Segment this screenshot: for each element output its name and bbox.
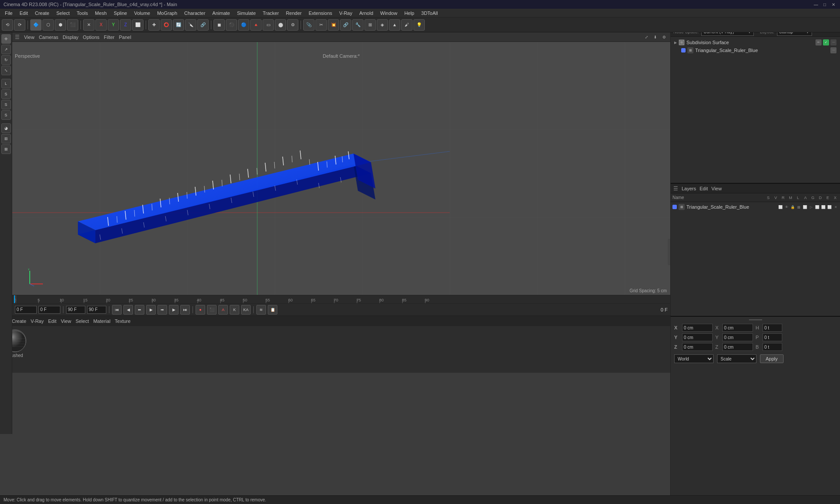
subdiv-check-icon[interactable]: ✓ <box>823 39 829 46</box>
viewport-icon-settings[interactable]: ⚙ <box>661 34 668 41</box>
layer-icon-8[interactable]: ⬜ <box>821 205 826 209</box>
tool-select[interactable]: ✕ <box>83 19 94 31</box>
tool-sphere[interactable]: ⚫ <box>226 19 237 31</box>
menu-select[interactable]: Select <box>53 10 73 17</box>
sidebar-tool3[interactable]: S <box>1 100 11 109</box>
tool-extrude[interactable]: ▲ <box>389 19 400 31</box>
layers-menu-layers[interactable]: Layers <box>682 186 696 191</box>
viewport-icon-expand[interactable]: ⤢ <box>643 34 650 41</box>
timeline-mode-button[interactable]: 📋 <box>268 305 277 315</box>
mode-edges[interactable]: ⬢ <box>55 19 66 31</box>
coord-p-input[interactable] <box>763 333 782 341</box>
layer-icon-7[interactable]: ⬜ <box>815 205 820 209</box>
sidebar-move[interactable]: ✛ <box>1 34 11 44</box>
menu-mograph[interactable]: MoGraph <box>154 10 180 17</box>
menu-character[interactable]: Character <box>181 10 208 17</box>
coord-x-input[interactable] <box>682 324 713 332</box>
key-all-button[interactable]: KA <box>241 305 251 315</box>
menu-animate[interactable]: Animate <box>209 10 233 17</box>
auto-key-button[interactable]: A <box>218 305 228 315</box>
tool-loop[interactable]: 🔄 <box>173 19 184 31</box>
tool-attach[interactable]: 📎 <box>303 19 315 31</box>
mat-menu-create[interactable]: Create <box>12 318 26 324</box>
tree-item-subdiv[interactable]: ▶ Subdivision Surface ✏ ✓ ⋯ <box>672 38 838 46</box>
frame-end-a-input[interactable] <box>66 306 85 314</box>
frame-end-b-input[interactable] <box>87 306 106 314</box>
redo-button[interactable]: ⟳ <box>14 19 25 31</box>
layer-row-ruler[interactable]: ▦ Triangular_Scale_Ruler_Blue ⬜ 👁 🔒 ▦ ⬜ … <box>671 202 840 212</box>
layer-icon-9[interactable]: ⬜ <box>827 205 832 209</box>
coord-y-input[interactable] <box>682 333 713 341</box>
minimize-button[interactable]: — <box>813 1 819 7</box>
menu-volume[interactable]: Volume <box>131 10 153 17</box>
menu-extensions[interactable]: Extensions <box>305 10 335 17</box>
tool-move-z[interactable]: Z <box>120 19 131 31</box>
viewport[interactable]: ☰ View Cameras Display Options Filter Pa… <box>12 32 670 295</box>
play-prev-button[interactable]: ◀ <box>123 305 133 315</box>
mat-menu-texture[interactable]: Texture <box>115 318 130 324</box>
layer-icon-3[interactable]: 🔒 <box>790 205 795 209</box>
mat-menu-vray[interactable]: V-Ray <box>31 318 44 324</box>
frame-start-input[interactable] <box>15 306 37 314</box>
menu-window[interactable]: Window <box>377 10 400 17</box>
tool-cylinder[interactable]: 🔵 <box>238 19 249 31</box>
viewport-menu-display[interactable]: Display <box>63 35 78 40</box>
play-next-frame-button[interactable]: ➡ <box>158 305 167 315</box>
layer-icon-2[interactable]: 👁 <box>784 205 789 209</box>
coord-z2-input[interactable] <box>722 343 753 351</box>
menu-mesh[interactable]: Mesh <box>92 10 110 17</box>
stop-button[interactable]: ⬛ <box>207 305 217 315</box>
coord-h-input[interactable] <box>763 324 782 332</box>
tree-expand-subdiv[interactable]: ▶ <box>674 41 677 45</box>
mat-menu-select[interactable]: Select <box>76 318 89 324</box>
sidebar-tool1[interactable]: L <box>1 79 11 88</box>
tool-split[interactable]: ✂ <box>315 19 327 31</box>
sidebar-tool2[interactable]: S <box>1 89 11 99</box>
layer-icon-6[interactable]: ▷ <box>808 205 814 209</box>
coord-scale-dropdown[interactable]: Scale Size <box>717 354 756 363</box>
menu-arnold[interactable]: Arnold <box>356 10 376 17</box>
tool-disc[interactable]: ⬤ <box>275 19 286 31</box>
tool-explode[interactable]: 💥 <box>328 19 339 31</box>
timeline[interactable]: 0 5 10 15 20 25 30 35 40 45 50 55 60 65 … <box>12 295 670 304</box>
menu-tools[interactable]: Tools <box>74 10 91 17</box>
viewport-menu-icon[interactable]: ☰ <box>15 34 20 40</box>
undo-button[interactable]: ⟲ <box>2 19 13 31</box>
tool-paint[interactable]: 🖌 <box>401 19 413 31</box>
sidebar-tool6[interactable]: ⊞ <box>1 134 11 144</box>
viewport-icon-save[interactable]: ⬇ <box>652 34 659 41</box>
sidebar-scale[interactable]: ⤡ <box>1 66 11 75</box>
play-prev-frame-button[interactable]: ⬅ <box>135 305 144 315</box>
layers-menu-icon[interactable]: ☰ <box>673 186 678 192</box>
viewport-menu-view[interactable]: View <box>24 35 35 40</box>
sidebar-rotate[interactable]: ↻ <box>1 55 11 65</box>
menu-vray[interactable]: V-Ray <box>336 10 355 17</box>
play-button[interactable]: ▶ <box>146 305 156 315</box>
coord-apply-button[interactable]: Apply <box>760 354 784 363</box>
layers-menu-view[interactable]: View <box>711 186 722 191</box>
mat-menu-material[interactable]: Material <box>93 318 110 324</box>
mode-points[interactable]: ⬡ <box>42 19 54 31</box>
menu-edit[interactable]: Edit <box>17 10 31 17</box>
coord-y2-input[interactable] <box>722 333 753 341</box>
tree-item-ruler[interactable]: ▦ Triangular_Scale_Ruler_Blue ⋯ <box>672 46 838 54</box>
tool-light[interactable]: 💡 <box>413 19 425 31</box>
sidebar-select[interactable]: ↗ <box>1 45 11 54</box>
record-button[interactable]: ● <box>196 305 205 315</box>
viewport-menu-filter[interactable]: Filter <box>104 35 114 40</box>
layer-icon-4[interactable]: ▦ <box>796 205 802 209</box>
sidebar-tool7[interactable]: ⊠ <box>1 144 11 154</box>
timeline-playhead[interactable] <box>14 295 15 303</box>
maximize-button[interactable]: □ <box>822 1 828 7</box>
close-button[interactable]: ✕ <box>830 1 836 7</box>
tool-subdivide[interactable]: ⊞ <box>364 19 376 31</box>
coord-b-input[interactable] <box>763 343 782 351</box>
menu-create[interactable]: Create <box>32 10 52 17</box>
layer-icon-1[interactable]: ⬜ <box>778 205 783 209</box>
tool-connect[interactable]: 🔗 <box>340 19 351 31</box>
coord-z-input[interactable] <box>682 343 713 351</box>
menu-render[interactable]: Render <box>283 10 304 17</box>
tool-live-select[interactable]: ⭕ <box>161 19 172 31</box>
tool-move-x[interactable]: X <box>95 19 107 31</box>
sidebar-tool5[interactable]: ◕ <box>1 123 11 133</box>
